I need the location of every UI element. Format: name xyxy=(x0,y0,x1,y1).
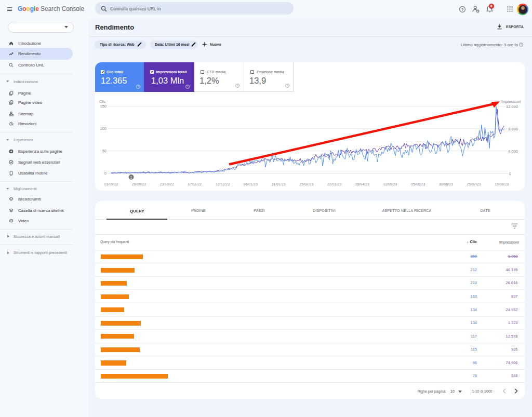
svg-text:4.000: 4.000 xyxy=(508,149,518,154)
svg-text:30/06/23: 30/06/23 xyxy=(439,182,453,186)
svg-text:03/09/22: 03/09/22 xyxy=(104,182,118,186)
svg-text:22/03/23: 22/03/23 xyxy=(327,182,341,186)
svg-text:8.000: 8.000 xyxy=(508,127,518,131)
svg-text:?: ? xyxy=(521,43,522,46)
svg-text:12.000: 12.000 xyxy=(506,104,518,109)
svg-text:23/10/22: 23/10/22 xyxy=(160,182,174,186)
svg-text:25/07/23: 25/07/23 xyxy=(467,182,481,186)
svg-text:Clic: Clic xyxy=(99,99,105,104)
svg-text:06/01/23: 06/01/23 xyxy=(244,182,258,186)
svg-text:05/06/23: 05/06/23 xyxy=(411,182,425,186)
svg-text:16/04/23: 16/04/23 xyxy=(355,182,369,186)
svg-text:28/09/22: 28/09/22 xyxy=(132,182,146,186)
svg-text:11/05/23: 11/05/23 xyxy=(383,182,397,186)
svg-text:17/11/22: 17/11/22 xyxy=(188,182,202,186)
svg-text:Impressioni: Impressioni xyxy=(501,99,521,104)
svg-text:12/12/22: 12/12/22 xyxy=(216,182,230,186)
svg-text:0: 0 xyxy=(509,171,511,176)
svg-text:25/02/23: 25/02/23 xyxy=(299,182,313,186)
svg-text:0: 0 xyxy=(104,171,107,176)
svg-text:150: 150 xyxy=(100,104,107,109)
svg-text:?: ? xyxy=(461,7,464,12)
svg-text:19/08/23: 19/08/23 xyxy=(495,182,509,186)
svg-text:50: 50 xyxy=(102,149,107,153)
svg-text:100: 100 xyxy=(100,126,107,131)
svg-text:31/01/23: 31/01/23 xyxy=(271,182,285,186)
svg-text:1: 1 xyxy=(130,176,132,179)
